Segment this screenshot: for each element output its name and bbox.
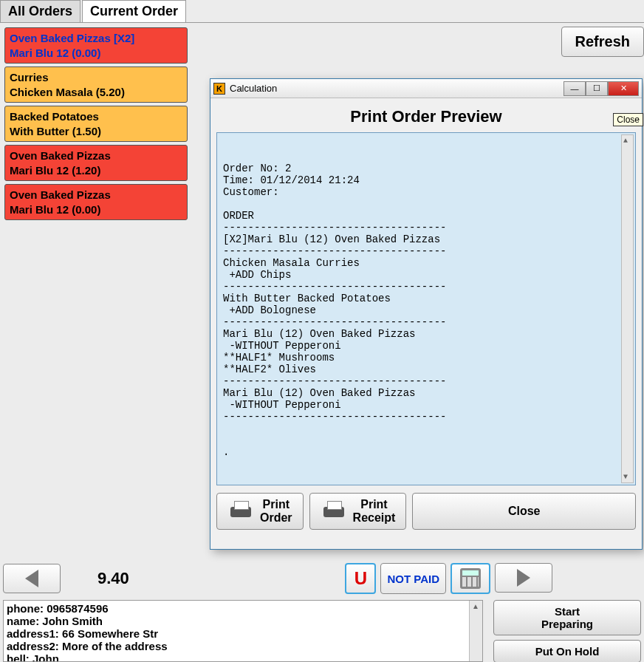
order-item-detail: Mari Blu 12 (0.00): [10, 46, 182, 61]
order-item-detail: Mari Blu 12 (1.20): [10, 163, 182, 178]
titlebar-close-button[interactable]: ✕: [608, 81, 639, 96]
bottom-bar: 9.40 U NOT PAID: [3, 563, 641, 594]
preview-text: Order No: 2 Time: 01/12/2014 21:24 Custo…: [223, 163, 446, 458]
order-item[interactable]: Oven Baked PizzasMari Blu 12 (0.00): [4, 184, 188, 220]
print-order-label: Print Order: [260, 498, 292, 525]
printer-icon: [321, 501, 347, 522]
preview-scrollbar[interactable]: [621, 134, 634, 483]
tab-current-order[interactable]: Current Order: [82, 0, 186, 22]
customer-info: phone: 0965874596 name: John Smith addre…: [3, 600, 483, 662]
maximize-button[interactable]: ☐: [586, 81, 608, 96]
prev-button[interactable]: [3, 564, 61, 593]
print-receipt-button[interactable]: Print Receipt: [309, 493, 407, 530]
dialog-titlebar[interactable]: K Calculation — ☐ ✕: [210, 79, 642, 98]
order-item-detail: Mari Blu 12 (0.00): [10, 202, 182, 217]
order-item-detail: With Butter (1.50): [10, 124, 182, 139]
arrow-right-icon: [517, 569, 530, 587]
customer-scrollbar[interactable]: [469, 601, 482, 661]
calculation-dialog: K Calculation — ☐ ✕ Close Print Order Pr…: [210, 78, 643, 550]
preview-textarea[interactable]: Order No: 2 Time: 01/12/2014 21:24 Custo…: [216, 132, 636, 485]
customer-address1: address1: 66 Somewhere Str: [7, 627, 479, 640]
put-on-hold-button[interactable]: Put On Hold: [493, 640, 641, 662]
order-item-detail: Chicken Masala (5.20): [10, 85, 182, 100]
order-item-category: Backed Potatoes: [10, 109, 182, 124]
close-tooltip: Close: [613, 113, 643, 126]
print-receipt-label: Print Receipt: [353, 498, 396, 525]
next-button[interactable]: [495, 563, 552, 593]
close-button[interactable]: Close: [412, 493, 636, 530]
calculator-icon: [460, 568, 481, 589]
print-order-button[interactable]: Print Order: [216, 493, 304, 530]
dialog-window-title: Calculation: [230, 83, 277, 94]
customer-address2: address2: More of the address: [7, 640, 479, 652]
app-icon: K: [213, 83, 225, 95]
customer-phone: phone: 0965874596: [7, 602, 479, 615]
order-item-category: Oven Baked Pizzas: [10, 149, 182, 163]
customer-name: name: John Smith: [7, 615, 479, 627]
order-total: 9.40: [97, 569, 129, 588]
u-button[interactable]: U: [345, 563, 376, 594]
order-item-category: Oven Baked Pizzas [X2]: [10, 31, 182, 46]
arrow-left-icon: [25, 570, 38, 587]
action-buttons: StartPreparing Put On Hold: [493, 600, 641, 662]
refresh-button[interactable]: Refresh: [561, 27, 644, 57]
calculator-button[interactable]: [451, 563, 490, 594]
customer-bell: bell: John: [7, 652, 479, 662]
tab-all-orders[interactable]: All Orders: [0, 0, 80, 22]
minimize-button[interactable]: —: [564, 81, 586, 96]
dialog-heading: Print Order Preview: [216, 107, 636, 126]
order-item[interactable]: CurriesChicken Masala (5.20): [4, 66, 188, 103]
not-paid-button[interactable]: NOT PAID: [380, 563, 446, 594]
tabs: All Orders Current Order: [0, 0, 644, 23]
order-item[interactable]: Oven Baked Pizzas [X2]Mari Blu 12 (0.00): [4, 27, 188, 64]
order-item-category: Oven Baked Pizzas: [10, 188, 182, 202]
order-items-list: Oven Baked Pizzas [X2]Mari Blu 12 (0.00)…: [0, 23, 192, 228]
order-item[interactable]: Backed PotatoesWith Butter (1.50): [4, 106, 188, 142]
printer-icon: [227, 501, 254, 522]
start-preparing-button[interactable]: StartPreparing: [493, 600, 641, 635]
order-item[interactable]: Oven Baked PizzasMari Blu 12 (1.20): [4, 145, 188, 181]
order-item-category: Curries: [10, 70, 182, 85]
